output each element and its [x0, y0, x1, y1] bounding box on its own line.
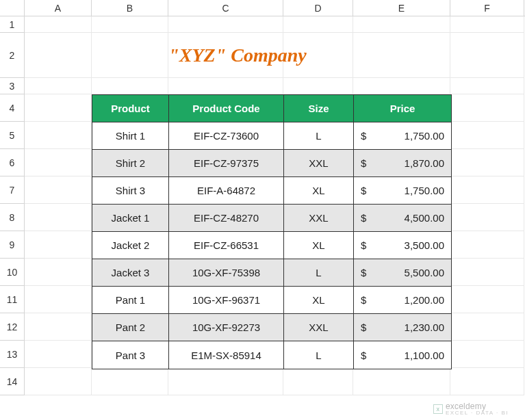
row-header-12[interactable]: 12: [0, 313, 25, 341]
td-price[interactable]: $1,230.00: [354, 314, 451, 341]
cell-A8[interactable]: [25, 204, 92, 231]
td-price[interactable]: $5,500.00: [354, 259, 451, 287]
cell-F7[interactable]: [450, 176, 524, 204]
row-header-1[interactable]: 1: [0, 16, 25, 33]
cell-A1[interactable]: [25, 16, 92, 33]
td-size[interactable]: L: [284, 341, 354, 369]
row-header-11[interactable]: 11: [0, 286, 25, 313]
cell-F4[interactable]: [450, 94, 524, 122]
cell-D2[interactable]: [283, 33, 353, 78]
cell-F14[interactable]: [450, 368, 524, 395]
cell-F11[interactable]: [450, 286, 524, 313]
cell-A2[interactable]: [25, 33, 92, 78]
cell-C14[interactable]: [168, 368, 283, 395]
cell-D14[interactable]: [283, 368, 353, 395]
td-product[interactable]: Shirt 2: [92, 150, 169, 177]
cell-F10[interactable]: [450, 259, 524, 286]
col-header-A[interactable]: A: [25, 0, 92, 16]
cell-C2[interactable]: [168, 33, 283, 78]
cell-B2[interactable]: [92, 33, 168, 78]
td-code[interactable]: 10G-XF-96371: [169, 287, 284, 314]
row-header-14[interactable]: 14: [0, 368, 25, 395]
td-product[interactable]: Pant 3: [92, 341, 169, 369]
td-size[interactable]: XXL: [284, 314, 354, 341]
td-code[interactable]: E1M-SX-85914: [169, 341, 284, 369]
td-code[interactable]: EIF-CZ-66531: [169, 232, 284, 259]
td-size[interactable]: XL: [284, 232, 354, 259]
td-code[interactable]: EIF-CZ-48270: [169, 205, 284, 232]
col-header-C[interactable]: C: [168, 0, 283, 16]
cell-F6[interactable]: [450, 149, 524, 176]
row-header-7[interactable]: 7: [0, 176, 25, 204]
td-code[interactable]: 10G-XF-92273: [169, 314, 284, 341]
cell-A14[interactable]: [25, 368, 92, 395]
td-price[interactable]: $1,750.00: [354, 122, 451, 150]
td-product[interactable]: Jacket 3: [92, 259, 169, 287]
td-price[interactable]: $1,750.00: [354, 177, 451, 205]
td-size[interactable]: L: [284, 259, 354, 287]
cell-D1[interactable]: [283, 16, 353, 33]
td-size[interactable]: XXL: [284, 205, 354, 232]
row-header-9[interactable]: 9: [0, 231, 25, 259]
td-price[interactable]: $4,500.00: [354, 205, 451, 232]
row-header-10[interactable]: 10: [0, 259, 25, 286]
td-size[interactable]: XXL: [284, 150, 354, 177]
cell-E3[interactable]: [353, 78, 450, 94]
td-size[interactable]: XL: [284, 177, 354, 205]
cell-E2[interactable]: [353, 33, 450, 78]
row-header-2[interactable]: 2: [0, 33, 25, 78]
cell-C1[interactable]: [168, 16, 283, 33]
cell-A12[interactable]: [25, 313, 92, 341]
td-product[interactable]: Shirt 1: [92, 122, 169, 150]
td-product[interactable]: Pant 1: [92, 287, 169, 314]
cell-A9[interactable]: [25, 231, 92, 259]
cell-F9[interactable]: [450, 231, 524, 259]
select-all-corner[interactable]: [0, 0, 25, 16]
cell-F3[interactable]: [450, 78, 524, 94]
col-header-D[interactable]: D: [283, 0, 353, 16]
cell-B14[interactable]: [92, 368, 168, 395]
row-header-6[interactable]: 6: [0, 149, 25, 176]
row-header-13[interactable]: 13: [0, 341, 25, 368]
cell-F5[interactable]: [450, 122, 524, 149]
td-price[interactable]: $1,870.00: [354, 150, 451, 177]
col-header-F[interactable]: F: [450, 0, 524, 16]
td-code[interactable]: EIF-CZ-97375: [169, 150, 284, 177]
td-product[interactable]: Pant 2: [92, 314, 169, 341]
col-header-E[interactable]: E: [353, 0, 450, 16]
cell-E1[interactable]: [353, 16, 450, 33]
cell-A4[interactable]: [25, 94, 92, 122]
td-price[interactable]: $1,100.00: [354, 341, 451, 369]
cell-A6[interactable]: [25, 149, 92, 176]
td-code[interactable]: EIF-A-64872: [169, 177, 284, 205]
td-price[interactable]: $1,200.00: [354, 287, 451, 314]
td-code[interactable]: 10G-XF-75398: [169, 259, 284, 287]
cell-F1[interactable]: [450, 16, 524, 33]
td-size[interactable]: L: [284, 122, 354, 150]
row-header-4[interactable]: 4: [0, 94, 25, 122]
cell-E14[interactable]: [353, 368, 450, 395]
cell-C3[interactable]: [168, 78, 283, 94]
cell-A13[interactable]: [25, 341, 92, 368]
cell-A7[interactable]: [25, 176, 92, 204]
td-price[interactable]: $3,500.00: [354, 232, 451, 259]
cell-A5[interactable]: [25, 122, 92, 149]
cell-F8[interactable]: [450, 204, 524, 231]
row-header-8[interactable]: 8: [0, 204, 25, 231]
td-product[interactable]: Shirt 3: [92, 177, 169, 205]
cell-B3[interactable]: [92, 78, 168, 94]
col-header-B[interactable]: B: [92, 0, 168, 16]
row-header-5[interactable]: 5: [0, 122, 25, 149]
td-size[interactable]: XL: [284, 287, 354, 314]
td-product[interactable]: Jacket 1: [92, 205, 169, 232]
cell-F2[interactable]: [450, 33, 524, 78]
cell-A11[interactable]: [25, 286, 92, 313]
cell-F12[interactable]: [450, 313, 524, 341]
td-product[interactable]: Jacket 2: [92, 232, 169, 259]
cell-A10[interactable]: [25, 259, 92, 286]
row-header-3[interactable]: 3: [0, 78, 25, 94]
cell-F13[interactable]: [450, 341, 524, 368]
cell-B1[interactable]: [92, 16, 168, 33]
td-code[interactable]: EIF-CZ-73600: [169, 122, 284, 150]
cell-A3[interactable]: [25, 78, 92, 94]
